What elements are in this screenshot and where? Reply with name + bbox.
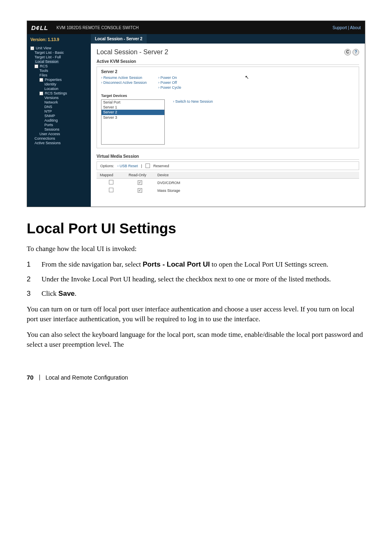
target-device-list[interactable]: Serial Port Server 1 Server 2 Server 3: [101, 99, 165, 145]
product-title: KVM 1082DS REMOTE CONSOLE SWITCH: [57, 25, 139, 30]
tree-dns[interactable]: DNS: [30, 105, 88, 109]
main-panel: Local Session - Server 2 Local Session -…: [91, 34, 365, 207]
tree-snmp[interactable]: SNMP: [30, 114, 88, 118]
about-link[interactable]: About: [350, 25, 361, 30]
refresh-icon[interactable]: C: [344, 49, 351, 55]
tree-user-access[interactable]: User Access: [30, 132, 88, 136]
steps-list: 1 From the side navigation bar, select P…: [27, 260, 365, 299]
dell-logo: D¢LL: [31, 24, 48, 31]
table-row: DVD/CDROM: [97, 179, 359, 187]
step-3: 3 Click Save.: [27, 289, 365, 299]
collapse-icon[interactable]: -: [39, 92, 43, 95]
tree-active-sessions[interactable]: Active Sessions: [30, 141, 88, 145]
step-number: 1: [27, 260, 30, 269]
tree-tools[interactable]: Tools: [30, 69, 88, 73]
support-link[interactable]: Support: [332, 25, 347, 30]
power-cycle-link[interactable]: Power Cycle: [158, 85, 181, 90]
collapse-icon[interactable]: -: [35, 64, 38, 68]
body-paragraph: You can turn on or turn off local port u…: [27, 304, 365, 324]
reserved-label: Reserved: [153, 164, 169, 168]
table-row: Mass Storage: [97, 187, 359, 194]
disconnect-session-link[interactable]: Disconnect Active Session: [101, 81, 147, 85]
tree-ntp[interactable]: NTP: [30, 109, 88, 113]
vms-options-bar: Options: › USB Reset | Reserved: [97, 161, 359, 170]
step-2: 2 Under the Invoke Local Port UI heading…: [27, 274, 365, 284]
mapped-checkbox[interactable]: [109, 188, 113, 192]
tree-properties[interactable]: -Properties: [30, 78, 88, 82]
resume-session-link[interactable]: Resume Active Session: [101, 76, 147, 80]
tree-network[interactable]: Network: [30, 100, 88, 104]
active-session-box: Server 2 ↖ Resume Active Session Disconn…: [97, 67, 359, 148]
version-label: Version: 1.13.9: [30, 37, 88, 42]
usb-reset-link[interactable]: › USB Reset: [118, 164, 138, 168]
col-readonly: Read-Only: [125, 172, 154, 179]
header-links: Support | About: [332, 25, 361, 30]
save-label: Save: [58, 290, 75, 297]
tree-rcs[interactable]: -RCS: [30, 64, 88, 68]
target-item[interactable]: Serial Port: [101, 100, 164, 105]
tree-target-basic[interactable]: Target List - Basic: [30, 51, 88, 55]
tree-identity[interactable]: Identity: [30, 82, 88, 86]
target-item-selected[interactable]: Server 2: [101, 110, 164, 115]
step-number: 2: [27, 274, 30, 284]
options-label: Options:: [100, 164, 114, 168]
tree-ports[interactable]: Ports: [30, 123, 88, 127]
mapped-checkbox[interactable]: [109, 180, 113, 184]
tree-sessions[interactable]: Sessions: [30, 127, 88, 131]
tree-connections[interactable]: Connections: [30, 136, 88, 140]
switch-session-link[interactable]: Switch to New Session: [173, 99, 213, 104]
collapse-icon[interactable]: -: [30, 46, 34, 50]
footer-separator: [39, 375, 40, 380]
virtual-media-table: Mapped Read-Only Device DVD/CDROM Mass S…: [97, 172, 359, 194]
device-cell: DVD/CDROM: [154, 179, 359, 187]
power-on-link[interactable]: Power On: [158, 76, 181, 80]
intro-paragraph: To change how the local UI is invoked:: [27, 244, 365, 254]
collapse-icon[interactable]: -: [39, 78, 43, 82]
tree-local-session[interactable]: Local Session: [30, 60, 88, 64]
reserved-checkbox[interactable]: [145, 164, 150, 168]
section-heading: Local Port UI Settings: [27, 220, 365, 237]
tab-local-session[interactable]: Local Session - Server 2: [91, 34, 147, 44]
page-number: 70: [27, 374, 34, 381]
mouse-cursor-icon: ↖: [245, 74, 249, 80]
tree-auditing[interactable]: Auditing: [30, 118, 88, 122]
target-item[interactable]: Server 1: [101, 105, 164, 110]
footer-text: Local and Remote Configuration: [46, 374, 128, 381]
kvm-console-screenshot: D¢LL KVM 1082DS REMOTE CONSOLE SWITCH Su…: [27, 21, 365, 207]
tree-versions[interactable]: Versions: [30, 96, 88, 100]
help-icon[interactable]: ?: [353, 49, 359, 55]
col-mapped: Mapped: [97, 172, 125, 179]
tree-location[interactable]: Location: [30, 87, 88, 91]
server-name: Server 2: [101, 69, 355, 74]
page-footer: 70 Local and Remote Configuration: [27, 374, 365, 381]
col-device: Device: [154, 172, 359, 179]
tree-rcs-settings[interactable]: -RCS Settings: [30, 91, 88, 95]
readonly-checkbox[interactable]: [138, 180, 142, 185]
virtual-media-heading: Virtual Media Session: [97, 154, 359, 160]
sidebar: Version: 1.13.9 -Unit View Target List -…: [27, 34, 91, 207]
tab-strip: Local Session - Server 2: [91, 34, 365, 44]
power-off-link[interactable]: Power Off: [158, 81, 181, 85]
app-header: D¢LL KVM 1082DS REMOTE CONSOLE SWITCH Su…: [27, 21, 365, 34]
tree-files[interactable]: Files: [30, 73, 88, 77]
body-paragraph: You can also select the keyboard languag…: [27, 330, 365, 350]
tree-unit-view[interactable]: -Unit View: [30, 46, 88, 50]
step-number: 3: [27, 289, 30, 299]
ui-path: Ports - Local Port UI: [143, 260, 210, 268]
tree-target-full[interactable]: Target List - Full: [30, 55, 88, 59]
step-1: 1 From the side navigation bar, select P…: [27, 260, 365, 269]
readonly-checkbox[interactable]: [138, 188, 142, 193]
page-title: Local Session - Server 2: [97, 48, 168, 56]
device-cell: Mass Storage: [154, 187, 359, 194]
target-item[interactable]: Server 3: [101, 115, 164, 120]
active-kvm-heading: Active KVM Session: [97, 59, 359, 65]
target-devices-label: Target Devices: [101, 94, 355, 98]
